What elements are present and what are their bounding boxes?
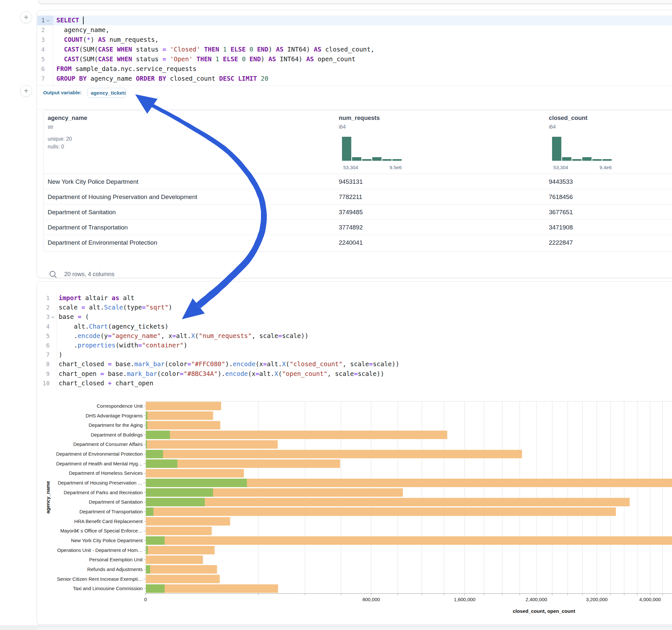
table-row[interactable]: Department of Transportation377489234719… bbox=[44, 220, 672, 235]
python-cell-card: 1import altair as alt2scale = alt.Scale(… bbox=[37, 281, 672, 625]
code-line: agency_name, bbox=[56, 25, 109, 35]
bar-closed[interactable] bbox=[146, 411, 213, 420]
code-line: COUNT(*) AS num_requests, bbox=[56, 35, 159, 45]
bar-closed[interactable] bbox=[146, 440, 278, 449]
bar-open[interactable] bbox=[146, 479, 247, 487]
fold-chevron-icon[interactable] bbox=[46, 19, 50, 23]
bar-open[interactable] bbox=[146, 584, 165, 593]
y-axis-label: Department of Transportation bbox=[79, 509, 143, 514]
column-type: str bbox=[48, 124, 53, 130]
bar-open[interactable] bbox=[146, 498, 205, 506]
y-axis-label: Department of Sanitation bbox=[89, 499, 143, 505]
bar-open[interactable] bbox=[146, 460, 177, 468]
bar-closed[interactable] bbox=[146, 517, 230, 526]
line-number[interactable]: 10 bbox=[37, 379, 50, 388]
code-line: CAST(SUM(CASE WHEN status = 'Closed' THE… bbox=[56, 45, 375, 54]
column-header[interactable]: closed_count bbox=[549, 114, 587, 122]
bar-closed[interactable] bbox=[146, 584, 278, 593]
add-cell-button-bottom[interactable]: + bbox=[20, 85, 32, 97]
line-number[interactable]: 4 bbox=[37, 45, 45, 54]
bar-open[interactable] bbox=[146, 440, 147, 449]
line-number[interactable]: 1 bbox=[37, 16, 45, 25]
output-variable-pill[interactable]: agency_tickets bbox=[87, 88, 126, 98]
y-axis-label: Department of Buildings bbox=[91, 432, 143, 437]
bar-open[interactable] bbox=[146, 411, 147, 420]
search-icon[interactable] bbox=[49, 270, 57, 280]
line-number[interactable]: 7 bbox=[37, 74, 45, 83]
table-row[interactable]: New York City Police Department945313194… bbox=[44, 174, 672, 189]
line-number[interactable]: 5 bbox=[37, 54, 45, 64]
y-axis-label: HRA Benefit Card Replacement bbox=[74, 518, 143, 524]
bar-closed[interactable] bbox=[146, 402, 221, 410]
column-stat: unique: 20 bbox=[48, 136, 72, 142]
table-cell: Department of Environmental Protection bbox=[48, 235, 157, 250]
table-row[interactable]: Department of Environmental Protection22… bbox=[44, 235, 672, 250]
y-axis-label: Department of Parks and Recreation bbox=[64, 490, 143, 495]
line-number[interactable]: 6 bbox=[37, 341, 50, 350]
x-axis-title: closed_count, open_count bbox=[513, 608, 575, 614]
code-line: ) bbox=[59, 350, 63, 359]
y-axis-title: agency_name bbox=[45, 481, 51, 513]
add-cell-button-top[interactable]: + bbox=[20, 11, 32, 23]
y-axis-label: Department of Homeless Services bbox=[69, 470, 143, 476]
bar-open[interactable] bbox=[146, 421, 147, 429]
bar-closed[interactable] bbox=[146, 565, 217, 574]
line-number[interactable]: 3 bbox=[37, 35, 45, 45]
line-number[interactable]: 8 bbox=[37, 359, 50, 369]
line-number[interactable]: 6 bbox=[37, 64, 45, 74]
bar-closed[interactable] bbox=[146, 469, 244, 477]
line-number[interactable]: 3 bbox=[37, 312, 50, 321]
bar-closed[interactable] bbox=[146, 431, 447, 439]
output-variable-label: Output variable: bbox=[43, 90, 82, 96]
bar-open[interactable] bbox=[146, 450, 163, 458]
bar-closed[interactable] bbox=[146, 555, 203, 564]
x-axis-label: 3,200,000 bbox=[586, 597, 608, 602]
code-line: .encode(y="agency_name", x=alt.X("num_re… bbox=[59, 331, 309, 341]
line-number[interactable]: 1 bbox=[37, 293, 50, 303]
code-line: CAST(SUM(CASE WHEN status = 'Open' THEN … bbox=[56, 54, 356, 64]
bar-open[interactable] bbox=[146, 431, 170, 439]
table-row[interactable]: Department of Housing Preservation and D… bbox=[44, 189, 672, 204]
bar-closed[interactable] bbox=[146, 546, 215, 555]
bar-closed[interactable] bbox=[146, 450, 522, 458]
column-header[interactable]: num_requests bbox=[339, 114, 380, 122]
column-histogram[interactable] bbox=[552, 135, 612, 161]
table-row[interactable]: Department of Sanitation37494853677651 bbox=[44, 204, 672, 220]
x-axis-label: 2,400,000 bbox=[526, 597, 547, 602]
histogram-max-label: 9.4e6 bbox=[596, 165, 612, 170]
line-number[interactable]: 7 bbox=[37, 350, 50, 359]
code-line: chart_closed + chart_open bbox=[59, 379, 153, 388]
line-number[interactable]: 9 bbox=[37, 369, 50, 379]
table-cell: 9443533 bbox=[549, 174, 573, 189]
bar-open[interactable] bbox=[146, 508, 153, 516]
bar-closed[interactable] bbox=[146, 498, 629, 506]
next-cell-remnant bbox=[35, 627, 672, 630]
bar-closed[interactable] bbox=[146, 536, 672, 545]
code-line: FROM sample_data.nyc.service_requests bbox=[56, 64, 196, 74]
bar-open[interactable] bbox=[146, 536, 165, 545]
bar-open[interactable] bbox=[146, 488, 213, 497]
line-number[interactable]: 2 bbox=[37, 303, 50, 312]
table-cell: 7618456 bbox=[549, 189, 573, 204]
line-number[interactable]: 5 bbox=[37, 331, 50, 341]
bar-closed[interactable] bbox=[146, 575, 220, 583]
altair-bar-chart: Correspondence UnitDHS Advantage Program… bbox=[37, 389, 672, 620]
fold-chevron-icon[interactable] bbox=[51, 315, 55, 319]
bar-closed[interactable] bbox=[146, 527, 212, 535]
y-axis-label: Department of Health and Mental Hyg… bbox=[56, 461, 143, 466]
code-line: scale = alt.Scale(type="sqrt") bbox=[59, 303, 172, 312]
column-header[interactable]: agency_name bbox=[48, 114, 87, 122]
active-line-highlight bbox=[37, 16, 672, 25]
output-variable-row: Output variable: agency_tickets bbox=[37, 86, 672, 110]
bar-closed[interactable] bbox=[146, 421, 220, 429]
bar-open[interactable] bbox=[146, 565, 150, 574]
line-number[interactable]: 2 bbox=[37, 25, 45, 35]
line-number[interactable]: 4 bbox=[37, 322, 50, 331]
y-axis-label: Taxi and Limousine Commission bbox=[73, 586, 143, 591]
dataframe-preview-table: agency_namestrunique: 20nulls: 0num_requ… bbox=[44, 110, 672, 252]
y-axis-label: Personal Exemption Unit bbox=[89, 557, 143, 562]
bar-closed[interactable] bbox=[146, 508, 616, 516]
bar-open[interactable] bbox=[146, 546, 148, 555]
column-histogram[interactable] bbox=[342, 135, 402, 161]
table-row-count: 20 rows, 4 columns bbox=[64, 271, 115, 278]
